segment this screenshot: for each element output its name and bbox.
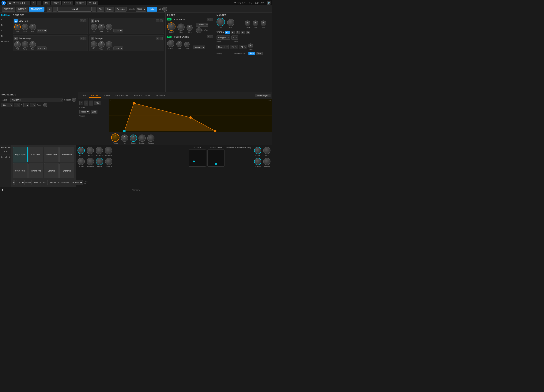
master-vol-knob[interactable]	[217, 18, 225, 26]
filter-2-prev[interactable]: ‹	[207, 35, 210, 38]
filter-2-on-badge[interactable]: On	[167, 36, 171, 38]
filter-1-cutoff-knob[interactable]	[167, 22, 176, 31]
source-a-pan-knob[interactable]	[30, 24, 36, 30]
source-a-f1f2-select[interactable]: F1/F2	[37, 29, 47, 32]
filter-1-on-badge[interactable]: On	[167, 18, 171, 21]
pad-synth-pluck[interactable]: Synth Pluck	[13, 163, 28, 178]
mod-dropdown-2[interactable]	[14, 103, 20, 107]
sidebar-item-d[interactable]: D	[0, 33, 11, 39]
time-btn[interactable]: Time	[256, 52, 263, 55]
master-pan-knob[interactable]	[227, 19, 234, 26]
play-icon[interactable]: ▶	[1, 188, 5, 191]
sidebar-item-morph[interactable]: MORPH	[0, 39, 11, 44]
source-d-f1f2-select[interactable]: F1/F2	[113, 46, 123, 50]
source-a-vol-knob[interactable]	[14, 24, 21, 30]
perf-f1cut-2-knob[interactable]	[87, 147, 94, 154]
pad-bright-synth[interactable]: Bright Synth	[13, 147, 28, 162]
release-knob[interactable]	[147, 134, 154, 142]
lfo-next-btn[interactable]: ›	[89, 101, 93, 105]
pad-dark-arp[interactable]: Dark Arp	[44, 163, 59, 178]
voice-all-btn[interactable]: All	[225, 31, 230, 34]
pad-epic-synth[interactable]: Epic Synth	[29, 147, 43, 162]
source-b-next[interactable]: ›	[160, 19, 163, 22]
tab-env-follower[interactable]: ENV FOLLOWER	[131, 93, 153, 98]
quality-select[interactable]: Good	[136, 7, 146, 12]
source-b-pan-knob[interactable]	[106, 24, 112, 30]
filter-2-fx-select[interactable]: FX Main	[193, 46, 205, 49]
sidebar-item-c[interactable]: C	[0, 28, 11, 33]
mod-dropdown-4[interactable]	[30, 103, 36, 107]
perf-xfadex-knob[interactable]	[105, 158, 112, 165]
sustain-knob[interactable]	[138, 134, 146, 142]
source-d-pan-knob[interactable]	[106, 41, 112, 48]
undo-button[interactable]: 取り消す	[75, 1, 86, 5]
priority-select[interactable]: Newest	[217, 45, 229, 49]
show-targets-btn[interactable]: Show Targets	[255, 94, 271, 97]
tab-sequencer[interactable]: SEQUENCER	[113, 93, 131, 98]
preset-dropdown[interactable]: ユーザデフォルト	[7, 1, 30, 5]
filter-1-next[interactable]: ›	[210, 18, 213, 21]
source-d-next[interactable]: ›	[160, 37, 163, 40]
source-c-pan-knob[interactable]	[30, 41, 36, 48]
source-c-next[interactable]: ›	[83, 37, 86, 40]
filter-1-fx-select[interactable]: FX Main	[196, 23, 208, 27]
perf-attack-knob[interactable]	[96, 158, 103, 165]
source-c-f1f2-select[interactable]: F1/F2	[37, 46, 47, 50]
back-button[interactable]: ‹	[31, 1, 35, 5]
source-d-tune-knob[interactable]	[98, 41, 105, 48]
hold-knob[interactable]	[121, 134, 128, 142]
mod-select[interactable]: Control1	[47, 180, 60, 185]
filter-1-prev[interactable]: ‹	[207, 18, 210, 21]
source-c-vol-knob[interactable]	[14, 41, 21, 48]
rate-btn[interactable]: Rate	[248, 52, 255, 55]
perf-f1cut-1-knob[interactable]	[77, 147, 85, 154]
pad-motion-pad[interactable]: Motion Pad	[59, 147, 74, 162]
simple-button[interactable]: SIMPLE	[16, 7, 28, 12]
advanced-button[interactable]: ADVANCED	[29, 7, 44, 12]
browse-button[interactable]: BROWSE	[2, 7, 15, 12]
source-b-vol-knob[interactable]	[91, 24, 97, 30]
lfo-prev-btn[interactable]: ‹	[84, 101, 88, 105]
copy-button[interactable]: コピー	[52, 1, 61, 5]
right-release-knob[interactable]	[263, 158, 271, 165]
voice-c-btn[interactable]: C	[241, 31, 245, 34]
perf-f1res-knob[interactable]	[77, 158, 85, 165]
tab-ahdsr[interactable]: AHDSR	[89, 93, 101, 98]
xy-x2-pad[interactable]	[207, 150, 225, 167]
parser-knob[interactable]	[196, 27, 202, 33]
decay-knob[interactable]	[130, 134, 137, 142]
link-icon[interactable]: 🔗	[267, 1, 271, 5]
paste-button[interactable]: ペースト	[62, 1, 73, 5]
compare-button[interactable]: 比較	[43, 1, 50, 5]
rate-select[interactable]: 1/64T	[31, 180, 42, 185]
right-decay-knob[interactable]	[263, 147, 271, 154]
source-b-f1f2-select[interactable]: F1/F2	[113, 29, 123, 32]
source-a-prev[interactable]: ‹	[80, 19, 83, 22]
perf-ahdattck-1-knob[interactable]	[96, 147, 103, 154]
sidebar-item-a[interactable]: A	[0, 17, 11, 22]
val1-select[interactable]: 24	[230, 45, 238, 49]
preset-prev-button[interactable]: ‹	[53, 7, 57, 12]
tab-lfo[interactable]: LFO	[79, 93, 88, 98]
master-coarse-knob[interactable]	[245, 21, 250, 26]
tab-modmap[interactable]: MODMAP	[153, 93, 167, 98]
pads-gear-btn[interactable]: ⚙	[13, 180, 15, 185]
pad-minimal-arp[interactable]: Minimal Arp	[29, 163, 43, 178]
file-button[interactable]: File	[97, 7, 105, 12]
voice-a-btn[interactable]: A	[231, 31, 235, 34]
retrigger-select[interactable]: Retrigger	[217, 35, 230, 40]
filter-2-cutoff-knob[interactable]	[167, 40, 174, 47]
effects-tab[interactable]: EFFECTS	[0, 155, 11, 160]
lfo-file-btn[interactable]: File	[94, 101, 101, 105]
on-select[interactable]: On	[1, 103, 13, 107]
master-tune-knob[interactable]	[253, 21, 258, 26]
master-fine-knob[interactable]	[260, 21, 266, 26]
source-d-vol-knob[interactable]	[91, 41, 97, 48]
sidebar-item-b[interactable]: B	[0, 22, 11, 28]
right-attack-knob[interactable]	[254, 147, 261, 154]
num-select[interactable]: 1	[231, 35, 238, 40]
source-c-prev[interactable]: ‹	[80, 37, 83, 40]
source-a-tune-knob[interactable]	[22, 24, 28, 30]
arp-tab[interactable]: ARP	[0, 149, 11, 155]
redo-button[interactable]: やり直す	[87, 1, 98, 5]
